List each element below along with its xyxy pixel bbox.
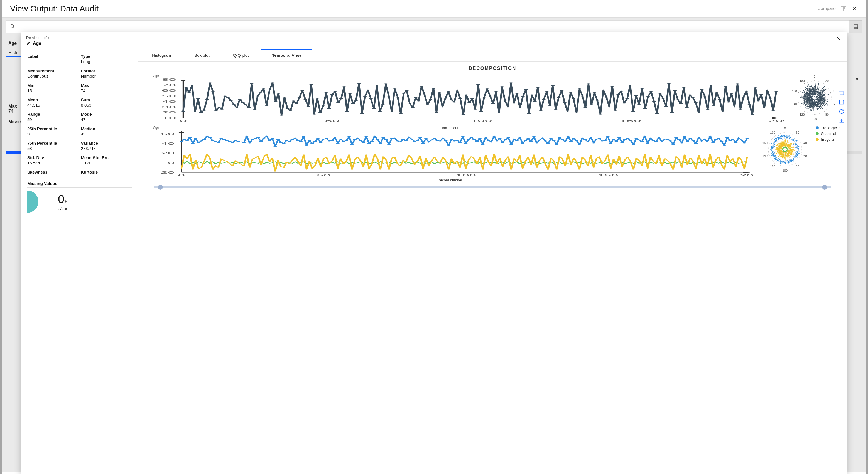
svg-point-590 (540, 138, 544, 138)
svg-point-198 (688, 95, 692, 95)
svg-point-164 (587, 83, 590, 84)
svg-point-569 (481, 144, 485, 145)
svg-point-577 (504, 139, 507, 140)
svg-point-610 (597, 138, 601, 139)
svg-point-80 (336, 102, 340, 103)
svg-point-505 (299, 141, 303, 142)
svg-point-281 (827, 88, 827, 89)
svg-point-221 (756, 100, 760, 101)
svg-rect-0 (841, 6, 843, 11)
svg-point-323 (821, 103, 822, 104)
svg-point-552 (433, 138, 436, 139)
pencil-icon[interactable] (26, 41, 31, 46)
svg-point-401 (800, 97, 801, 98)
svg-point-130 (485, 89, 489, 89)
slider-handle-left[interactable] (158, 185, 163, 190)
refresh-icon[interactable] (838, 108, 845, 114)
svg-point-528 (364, 136, 368, 137)
svg-point-158 (569, 92, 572, 93)
svg-point-411 (804, 94, 805, 95)
legend-item: Trend cycle (816, 126, 840, 130)
svg-point-414 (800, 91, 801, 92)
svg-point-634 (665, 139, 669, 140)
tab-temporal-view[interactable]: Temporal View (261, 49, 312, 62)
compare-icon[interactable] (841, 6, 846, 11)
svg-point-425 (805, 89, 806, 90)
svg-point-520 (342, 141, 345, 142)
compare-label[interactable]: Compare (817, 6, 836, 11)
svg-point-481 (231, 142, 235, 143)
svg-point-629 (651, 140, 655, 141)
svg-point-333 (817, 102, 818, 103)
bg-pie-tab[interactable]: ie (855, 76, 858, 81)
svg-point-35 (202, 110, 206, 111)
svg-point-332 (820, 105, 821, 106)
svg-point-400 (806, 98, 807, 99)
svg-point-494 (268, 140, 272, 141)
svg-line-682 (768, 144, 769, 144)
svg-point-620 (626, 138, 629, 139)
search-input[interactable] (6, 20, 862, 33)
svg-point-587 (532, 136, 536, 137)
svg-point-121 (459, 98, 462, 99)
svg-point-471 (203, 139, 206, 140)
svg-point-346 (816, 107, 816, 108)
svg-point-334 (818, 104, 819, 105)
svg-point-197 (685, 107, 689, 108)
svg-point-549 (424, 138, 428, 139)
svg-point-560 (456, 140, 459, 141)
svg-text:180: 180 (800, 79, 805, 82)
close-icon[interactable] (851, 4, 858, 13)
svg-point-428 (805, 87, 806, 87)
slider-handle-right[interactable] (822, 185, 827, 190)
svg-point-206 (712, 105, 716, 106)
svg-point-447 (813, 85, 813, 86)
svg-point-488 (251, 139, 254, 140)
close-icon[interactable] (836, 36, 842, 43)
bg-tab-histogram[interactable]: Histo (6, 49, 21, 57)
svg-point-116 (443, 98, 447, 99)
svg-point-108 (420, 86, 424, 87)
svg-point-340 (818, 108, 819, 109)
svg-text:100: 100 (812, 117, 817, 121)
svg-text:80: 80 (161, 78, 176, 81)
svg-point-48 (241, 102, 245, 103)
svg-point-58 (271, 82, 275, 83)
stat-item: Range59 (27, 112, 78, 122)
svg-text:40: 40 (803, 141, 807, 145)
svg-point-404 (808, 97, 809, 98)
svg-point-463 (180, 141, 183, 142)
stat-value: -- (27, 59, 78, 64)
list-view-icon[interactable] (849, 20, 862, 33)
svg-point-546 (415, 140, 419, 141)
reset-zoom-icon[interactable] (838, 99, 845, 105)
svg-point-161 (578, 89, 582, 89)
range-slider[interactable] (154, 185, 831, 190)
tab-histogram[interactable]: Histogram (141, 49, 182, 62)
svg-point-285 (822, 93, 823, 94)
svg-point-580 (512, 138, 516, 139)
crop-icon[interactable] (838, 90, 845, 96)
svg-point-562 (461, 136, 465, 137)
svg-text:60: 60 (833, 102, 836, 106)
svg-text:40: 40 (161, 100, 176, 103)
svg-point-449 (814, 94, 815, 95)
svg-point-114 (438, 92, 441, 93)
stat-item: Max74 (81, 83, 132, 93)
svg-point-107 (417, 100, 421, 101)
svg-point-95 (381, 104, 385, 105)
svg-point-466 (188, 137, 192, 138)
svg-point-354 (813, 107, 814, 108)
tab-box-plot[interactable]: Box plot (183, 49, 220, 62)
decomposition-raw-chart: 1020304050607080050100150200 (145, 78, 784, 123)
svg-point-134 (497, 113, 501, 113)
svg-point-187 (655, 113, 659, 114)
svg-text:60: 60 (161, 89, 176, 92)
download-icon[interactable] (838, 118, 845, 124)
svg-point-279 (818, 94, 819, 95)
svg-text:-20: -20 (157, 171, 175, 174)
svg-point-122 (461, 114, 465, 115)
tab-q-q-plot[interactable]: Q-Q plot (222, 49, 260, 62)
svg-point-339 (817, 105, 818, 106)
svg-point-581 (515, 140, 519, 141)
